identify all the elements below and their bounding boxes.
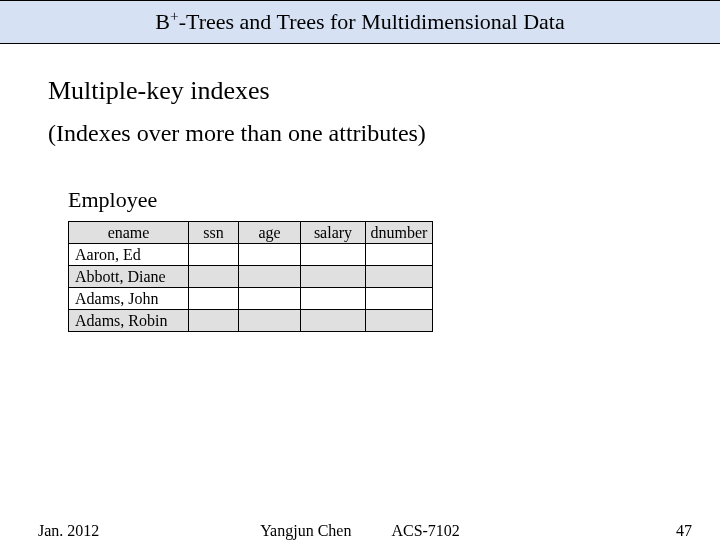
cell-salary	[301, 266, 366, 288]
subheading: (Indexes over more than one attributes)	[48, 120, 672, 147]
cell-dnumber	[366, 244, 433, 266]
col-ssn: ssn	[189, 222, 239, 244]
cell-ssn	[189, 266, 239, 288]
cell-salary	[301, 288, 366, 310]
cell-dnumber	[366, 266, 433, 288]
col-salary: salary	[301, 222, 366, 244]
cell-age	[239, 310, 301, 332]
cell-ssn	[189, 244, 239, 266]
cell-ssn	[189, 288, 239, 310]
table-label: Employee	[68, 187, 672, 213]
cell-ssn	[189, 310, 239, 332]
cell-age	[239, 288, 301, 310]
title-prefix: B	[155, 9, 170, 34]
title-rest: -Trees and Trees for Multidimensional Da…	[179, 9, 565, 34]
cell-dnumber	[366, 310, 433, 332]
col-age: age	[239, 222, 301, 244]
slide-title-bar: B+-Trees and Trees for Multidimensional …	[0, 0, 720, 44]
cell-salary	[301, 244, 366, 266]
cell-ename: Adams, John	[69, 288, 189, 310]
cell-ename: Adams, Robin	[69, 310, 189, 332]
cell-age	[239, 244, 301, 266]
cell-salary	[301, 310, 366, 332]
col-ename: ename	[69, 222, 189, 244]
cell-ename: Aaron, Ed	[69, 244, 189, 266]
footer-center: Yangjun Chen ACS-7102	[0, 522, 720, 540]
table-row: Adams, John	[69, 288, 433, 310]
employee-table: ename ssn age salary dnumber Aaron, Ed A…	[68, 221, 433, 332]
heading: Multiple-key indexes	[48, 76, 672, 106]
col-dnumber: dnumber	[366, 222, 433, 244]
cell-age	[239, 266, 301, 288]
table-row: Abbott, Diane	[69, 266, 433, 288]
slide-content: Multiple-key indexes (Indexes over more …	[0, 44, 720, 332]
cell-dnumber	[366, 288, 433, 310]
footer-course: ACS-7102	[391, 522, 459, 539]
footer-page: 47	[676, 522, 692, 540]
table-row: Aaron, Ed	[69, 244, 433, 266]
table-header-row: ename ssn age salary dnumber	[69, 222, 433, 244]
table-row: Adams, Robin	[69, 310, 433, 332]
cell-ename: Abbott, Diane	[69, 266, 189, 288]
title-sup: +	[170, 7, 179, 24]
footer-author: Yangjun Chen	[260, 522, 351, 539]
